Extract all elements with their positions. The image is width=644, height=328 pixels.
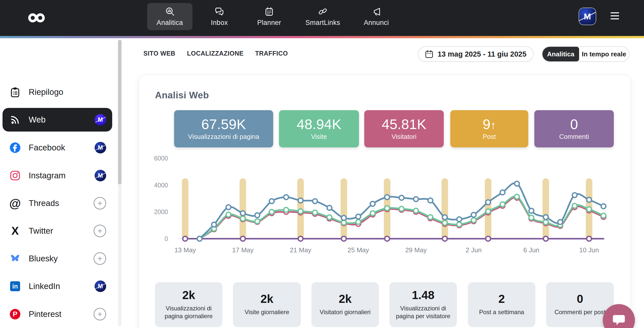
- svg-text:2000: 2000: [154, 208, 168, 215]
- user-avatar[interactable]: M: [579, 8, 596, 25]
- stat-card-visitors[interactable]: 45.81K Visitatori: [364, 110, 444, 147]
- date-range-picker[interactable]: 13 mag 2025 - 11 giu 2025: [418, 46, 534, 62]
- svg-text:21 May: 21 May: [290, 246, 311, 254]
- svg-text:P: P: [13, 310, 18, 318]
- nav-item-smartlinks[interactable]: SmartLinks: [300, 3, 345, 30]
- line-chart: 020004000600013 May17 May21 May25 May29 …: [148, 151, 616, 259]
- plus-icon: +: [98, 199, 102, 207]
- sidebar-item-riepilogo[interactable]: Riepilogo: [3, 80, 112, 104]
- toggle-option-analitica[interactable]: Analitica: [542, 47, 579, 61]
- nav-label: Analitica: [157, 19, 183, 27]
- sidebar-item-web[interactable]: Web M: [3, 108, 112, 132]
- facebook-icon: [9, 142, 21, 154]
- nav-item-analitica[interactable]: Analitica: [147, 3, 192, 30]
- svg-text:in: in: [12, 283, 18, 290]
- svg-text:13 May: 13 May: [174, 246, 196, 254]
- web-profile-avatar[interactable]: M: [95, 114, 106, 126]
- sidebar-item-label: Instagram: [29, 171, 95, 180]
- stat-card-visits[interactable]: 48.94K Visite: [279, 110, 359, 147]
- sidebar-item-facebook[interactable]: Facebook M: [3, 136, 112, 159]
- facebook-profile-avatar[interactable]: M: [95, 142, 106, 153]
- summary-value: 0: [577, 293, 583, 305]
- stat-label: Post: [483, 133, 496, 141]
- summary-label: Visite giornaliere: [237, 308, 297, 316]
- connect-pinterest-button[interactable]: +: [94, 308, 106, 320]
- stat-value: 48.94K: [297, 117, 341, 131]
- metricool-logo[interactable]: [27, 10, 47, 26]
- connect-bluesky-button[interactable]: +: [94, 252, 106, 265]
- stat-card-posts[interactable]: 9↑ Post: [450, 110, 528, 147]
- toggle-option-tempo-reale[interactable]: In tempo reale: [579, 47, 629, 61]
- top-navigation-bar: Analitica Inbox Planner SmartLinks: [0, 0, 644, 36]
- summary-value: 2k: [339, 293, 351, 305]
- nav-label: Inbox: [211, 19, 228, 27]
- sidebar-item-threads[interactable]: @ Threads +: [3, 191, 112, 215]
- nav-item-annunci[interactable]: Annunci: [354, 3, 399, 30]
- analytics-realtime-toggle: Analitica In tempo reale: [542, 46, 629, 62]
- stat-value: 0: [570, 117, 578, 131]
- sidebar-item-label: Web: [29, 115, 95, 125]
- sidebar-scrollbar-thumb[interactable]: [118, 40, 122, 184]
- chat-bubble-icon: [611, 312, 627, 328]
- analytics-tabs: SITO WEB LOCALIZZAZIONE TRAFFICO: [143, 50, 288, 57]
- linkedin-profile-avatar[interactable]: M: [95, 280, 106, 292]
- stat-value: 45.81K: [382, 117, 426, 131]
- menu-hamburger-icon[interactable]: [611, 12, 619, 19]
- summary-value: 2: [498, 293, 505, 305]
- svg-text:6 Jun: 6 Jun: [523, 246, 539, 254]
- svg-text:0: 0: [165, 235, 168, 242]
- tab-traffico[interactable]: TRAFFICO: [255, 50, 288, 57]
- instagram-profile-avatar[interactable]: M: [95, 170, 106, 181]
- sidebar-item-label: Threads: [29, 198, 94, 208]
- nav-item-inbox[interactable]: Inbox: [197, 3, 242, 30]
- summary-label: Visualizzazioni di pagina giornaliere: [159, 304, 218, 320]
- stat-card-pageviews[interactable]: 67.59K Visualizzazioni di pagina: [174, 110, 273, 147]
- sidebar-item-bluesky[interactable]: Bluesky +: [3, 247, 112, 270]
- tab-localizzazione[interactable]: LOCALIZZAZIONE: [187, 50, 244, 57]
- threads-icon: @: [9, 197, 21, 209]
- sidebar-item-twitter[interactable]: X Twitter +: [3, 219, 112, 243]
- stat-value: 9↑: [482, 117, 496, 131]
- sidebar-item-label: Riepilogo: [29, 87, 112, 97]
- analytics-search-icon: [165, 7, 175, 17]
- stat-label: Visitatori: [391, 133, 416, 141]
- infinity-logo-icon: [27, 12, 46, 24]
- pinterest-icon: P: [9, 308, 21, 320]
- summary-card-pageviews-per-visitor: 1.48 Visualizzazioni di pagina per visit…: [389, 282, 457, 327]
- connections-sidebar: Riepilogo Web M Facebook M: [0, 38, 115, 328]
- stat-card-comments[interactable]: 0 Commenti: [534, 110, 614, 147]
- panel-title: Analisi Web: [155, 90, 209, 101]
- connect-threads-button[interactable]: +: [94, 197, 106, 210]
- nav-label: SmartLinks: [305, 19, 340, 27]
- svg-text:10 Jun: 10 Jun: [579, 246, 599, 254]
- sidebar-item-label: Bluesky: [29, 254, 94, 263]
- date-range-value: 13 mag 2025 - 11 giu 2025: [437, 50, 526, 58]
- plus-icon: +: [98, 310, 102, 318]
- summary-label: Visualizzazioni di pagina per visitatore: [393, 304, 453, 320]
- bluesky-icon: [9, 253, 21, 265]
- nav-item-planner[interactable]: Planner: [247, 3, 292, 30]
- connect-twitter-button[interactable]: +: [94, 225, 106, 237]
- stat-value: 67.59K: [201, 117, 246, 131]
- instagram-icon: [9, 170, 21, 182]
- nav-label: Annunci: [364, 19, 389, 27]
- inbox-chat-icon: [214, 7, 224, 17]
- summary-card-daily-visitors: 2k Visitatori giornalieri: [311, 282, 379, 327]
- tab-sito-web[interactable]: SITO WEB: [143, 50, 175, 57]
- svg-text:6000: 6000: [154, 155, 168, 162]
- up-arrow-icon: ↑: [491, 119, 496, 131]
- calendar-icon: [425, 50, 433, 58]
- sidebar-item-instagram[interactable]: Instagram M: [3, 164, 112, 187]
- stat-label: Commenti: [559, 133, 589, 141]
- stat-label: Visualizzazioni di pagina: [188, 133, 259, 141]
- calendar-icon: [264, 7, 274, 17]
- web-analytics-chart[interactable]: 020004000600013 May17 May21 May25 May29 …: [148, 151, 616, 259]
- svg-text:17 May: 17 May: [232, 246, 254, 254]
- plus-icon: +: [98, 255, 102, 263]
- sidebar-item-label: LinkedIn: [29, 281, 95, 291]
- sidebar-item-label: Twitter: [29, 226, 94, 236]
- sidebar-item-pinterest[interactable]: P Pinterest +: [3, 302, 112, 326]
- plus-icon: +: [98, 227, 102, 235]
- sidebar-item-linkedin[interactable]: in LinkedIn M: [3, 274, 112, 298]
- summary-card-posts-per-week: 2 Post a settimana: [468, 282, 535, 327]
